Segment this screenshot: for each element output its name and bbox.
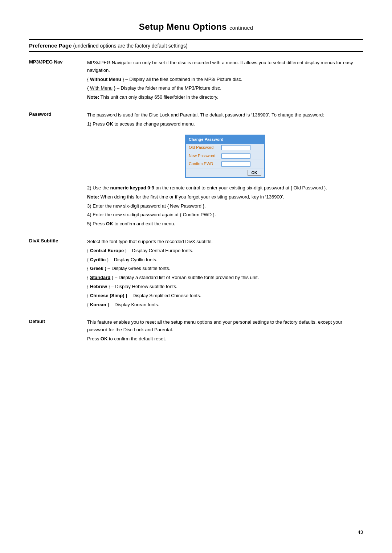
divx-option-5: { Chinese (Simp) } – Display Simplified … <box>87 292 363 300</box>
dialog-row-old: Old Password <box>186 144 264 152</box>
password-step5: 5) Press OK to confirm and exit the menu… <box>87 220 363 228</box>
section-header-note: (underlined options are the factory defa… <box>73 43 187 49</box>
divx-option-4: { Hebrew } – Display Hebrew subtitle fon… <box>87 283 363 291</box>
divx-option-3: { Standard } – Display a standard list o… <box>87 274 363 282</box>
row-default: Default This feature enables you to rese… <box>29 319 363 344</box>
mp3jpeg-intro: MP3/JPEG Navigator can only be set if th… <box>87 59 363 74</box>
divx-option-1: { Cyrillic } – Display Cyrillic fonts. <box>87 256 363 264</box>
label-default: Default <box>29 319 87 324</box>
password-step1: 1) Press OK to access the change passwor… <box>87 120 363 128</box>
password-note: Note: When doing this for the first time… <box>87 193 363 201</box>
password-step4: 4) Enter the new six-digit password agai… <box>87 211 363 219</box>
dialog-input-old <box>221 145 250 150</box>
mp3jpeg-option1: { Without Menu } – Display all the files… <box>87 76 363 83</box>
dialog-input-confirm <box>221 161 250 167</box>
default-press: Press OK to confirm the default reset. <box>87 335 363 343</box>
page-container: Setup Menu Options continued Preference … <box>0 0 392 553</box>
page-title: Setup Menu Options continued <box>29 22 363 32</box>
dialog-row-confirm: Confirm PWD <box>186 160 264 168</box>
content-default: This feature enables you to reset all th… <box>87 319 363 344</box>
password-step2: 2) Use the numeric keypad 0-9 on the rem… <box>87 184 363 192</box>
label-mp3jpeg: MP3/JPEG Nav <box>29 59 87 65</box>
divx-option-2: { Greek } – Display Greek subtitle fonts… <box>87 265 363 273</box>
change-password-dialog: Change Password Old Password New Passwor… <box>185 135 265 178</box>
section-header-title: Preference Page <box>29 42 72 49</box>
dialog-label-confirm: Confirm PWD <box>189 161 221 167</box>
dialog-row-ok: OK <box>186 168 264 177</box>
dialog-wrapper: Change Password Old Password New Passwor… <box>87 131 363 181</box>
mp3jpeg-option2: { With Menu } – Display the folder menu … <box>87 85 363 92</box>
label-divx: DivX Subtitle <box>29 238 87 243</box>
dialog-label-old: Old Password <box>189 144 221 151</box>
title-continued: continued <box>229 25 253 31</box>
row-password: Password The password is used for the Di… <box>29 111 363 229</box>
section-header: Preference Page (underlined options are … <box>29 39 363 52</box>
default-intro: This feature enables you to reset all th… <box>87 319 363 334</box>
divx-option-6: { Korean } – Display Korean fonts. <box>87 301 363 309</box>
dialog-row-new: New Password <box>186 152 264 160</box>
dialog-label-new: New Password <box>189 153 221 159</box>
content-mp3jpeg: MP3/JPEG Navigator can only be set if th… <box>87 59 363 103</box>
mp3jpeg-note: Note: This unit can only display 650 fil… <box>87 94 363 101</box>
row-divx: DivX Subtitle Select the font type that … <box>29 238 363 310</box>
page-number: 43 <box>358 529 363 535</box>
divx-option-0: { Central Europe } – Display Central Eur… <box>87 247 363 255</box>
password-intro: The password is used for the Disc Lock a… <box>87 111 363 119</box>
dialog-title: Change Password <box>186 135 264 144</box>
dialog-input-new <box>221 153 250 159</box>
password-step3: 3) Enter the new six-digit password at {… <box>87 202 363 210</box>
row-mp3jpeg: MP3/JPEG Nav MP3/JPEG Navigator can only… <box>29 59 363 103</box>
dialog-ok-button[interactable]: OK <box>248 170 262 176</box>
divx-intro: Select the font type that supports the r… <box>87 238 363 246</box>
content-password: The password is used for the Disc Lock a… <box>87 111 363 229</box>
content-divx: Select the font type that supports the r… <box>87 238 363 310</box>
label-password: Password <box>29 111 87 117</box>
